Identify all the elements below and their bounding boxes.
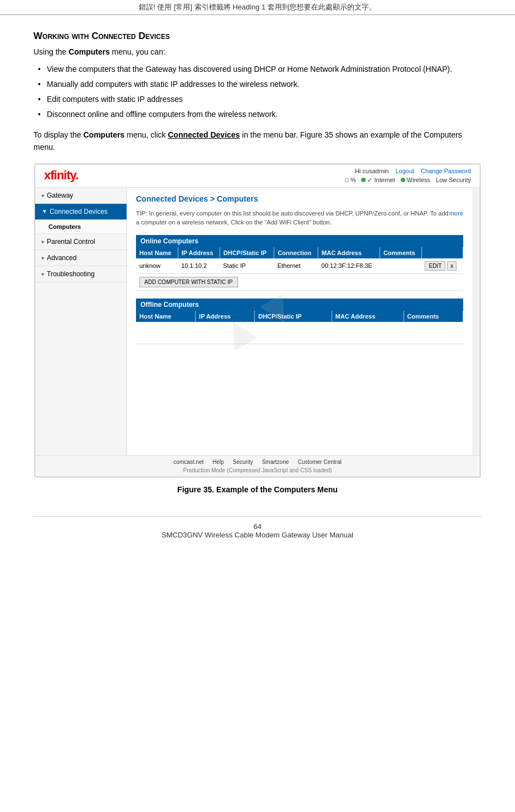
off-col-mac: MAC Address: [332, 311, 404, 322]
header-top-row: Hi cusadmin Logout Change Password: [355, 168, 471, 174]
browser-header: xfinity. Hi cusadmin Logout Change Passw…: [35, 164, 480, 188]
sidebar-label-parental-control: Parental Control: [47, 238, 95, 246]
col-dhcp: DHCP/Static IP: [220, 247, 274, 258]
off-col-comments: Comments: [404, 311, 463, 322]
sidebar-label-advanced: Advanced: [47, 254, 76, 262]
col-hostname: Host Name: [136, 247, 178, 258]
cell-hostname: unknow: [136, 258, 178, 274]
col-mac: MAC Address: [318, 247, 380, 258]
change-password-link[interactable]: Change Password: [421, 168, 471, 174]
bullet-item-1: View the computers that the Gateway has …: [33, 62, 482, 77]
browser-window: ▲▼ xfinity. Hi cusadmin Logout Change Pa…: [35, 164, 480, 477]
sidebar-item-advanced[interactable]: ▸ Advanced: [35, 250, 127, 266]
tip-text: TIP: In general, every computer on this …: [136, 210, 449, 226]
document-title: SMCD3GNV Wireless Cable Modem Gateway Us…: [33, 531, 482, 539]
offline-section: Offline Computers Host Name IP Address D…: [136, 299, 463, 345]
tip-box: more TIP: In general, every computer on …: [136, 209, 463, 227]
figure-caption: Figure 35. Example of the Computers Menu: [33, 485, 482, 494]
footer-security[interactable]: Security: [233, 459, 253, 465]
sidebar-label-troubleshooting: Troubleshooting: [47, 270, 95, 278]
section-heading: Working with Connected Devices: [33, 31, 482, 42]
advanced-arrow: ▸: [42, 255, 45, 261]
table-header-row: Host Name IP Address DHCP/Static IP Conn…: [136, 247, 463, 258]
main-content: Connected Devices > Computers more TIP: …: [127, 188, 472, 455]
footer-comcast[interactable]: comcast.net: [173, 459, 203, 465]
sidebar-item-troubleshooting[interactable]: ▸ Troubleshooting: [35, 266, 127, 282]
wireless-status: Wireless: [401, 177, 430, 183]
header-status-row: □ % ✓ Internet Wireless Low Security: [345, 177, 471, 184]
off-col-hostname: Host Name: [136, 311, 196, 322]
bullet-item-2: Manually add computers with static IP ad…: [33, 77, 482, 92]
sidebar-item-parental-control[interactable]: ▸ Parental Control: [35, 234, 127, 250]
connected-devices-arrow: ▼: [42, 208, 47, 214]
gateway-arrow: ▸: [42, 192, 45, 198]
add-computer-button[interactable]: ADD COMPUTER WITH STATIC IP: [139, 277, 238, 287]
more-link[interactable]: more: [449, 209, 463, 218]
error-banner: 錯誤! 使用 [常用] 索引標籤將 Heading 1 套用到您想要在此處顯示的…: [0, 0, 515, 15]
hi-user: Hi cusadmin: [355, 168, 389, 174]
footer-smartzone[interactable]: Smartzone: [262, 459, 289, 465]
online-computers-table: Host Name IP Address DHCP/Static IP Conn…: [136, 247, 463, 291]
col-comments: Comments: [380, 247, 421, 258]
offline-header-row: Host Name IP Address DHCP/Static IP MAC …: [136, 311, 463, 322]
intro-text: Using the Computers menu, you can:: [33, 47, 482, 56]
sidebar-item-connected-devices[interactable]: ▼ Connected Devices: [35, 204, 127, 220]
security-status: Low Security: [436, 177, 471, 183]
bullet-list: View the computers that the Gateway has …: [33, 62, 482, 122]
bullet-item-3: Edit computers with static IP addresses: [33, 92, 482, 107]
percent-status: □ %: [345, 177, 356, 183]
cell-actions: EDIT x: [421, 258, 463, 274]
header-right: Hi cusadmin Logout Change Password □ % ✓…: [345, 168, 471, 184]
off-col-dhcp: DHCP/Static IP: [255, 311, 332, 322]
sidebar-label-gateway: Gateway: [47, 192, 73, 199]
offline-computers-table: Host Name IP Address DHCP/Static IP MAC …: [136, 311, 463, 345]
sidebar-label-connected-devices: Connected Devices: [50, 208, 108, 216]
cell-comments: [380, 258, 421, 274]
browser-body: ▸ Gateway ▼ Connected Devices Computers …: [35, 188, 480, 455]
table-row: unknow 10.1.10.2 Static IP Ethernet 00:1…: [136, 258, 463, 274]
troubleshooting-arrow: ▸: [42, 271, 45, 277]
internet-dot: [361, 178, 366, 182]
col-connection: Connection: [274, 247, 318, 258]
add-computer-row: ADD COMPUTER WITH STATIC IP: [136, 273, 463, 290]
online-section-label: Online Computers: [136, 235, 463, 247]
sidebar-item-gateway[interactable]: ▸ Gateway: [35, 188, 127, 204]
summary-text: To display the Computers menu, click Con…: [33, 129, 482, 154]
delete-button[interactable]: x: [447, 261, 456, 271]
page-footer: 64 SMCD3GNV Wireless Cable Modem Gateway…: [33, 516, 482, 539]
xfinity-logo: xfinity.: [44, 168, 78, 183]
col-actions: [421, 247, 463, 258]
bullet-item-4: Disconnect online and offline computers …: [33, 107, 482, 122]
offline-empty-row: [136, 322, 463, 344]
cell-dhcp: Static IP: [220, 258, 274, 274]
page-number: 64: [33, 522, 482, 531]
parental-arrow: ▸: [42, 238, 45, 244]
sidebar: ▸ Gateway ▼ Connected Devices Computers …: [35, 188, 127, 455]
wireless-dot: [401, 178, 405, 182]
edit-button[interactable]: EDIT: [425, 261, 445, 271]
footer-help[interactable]: Help: [212, 459, 224, 465]
computers-sub-label: Computers: [48, 223, 81, 230]
page-content: Working with Connected Devices Using the…: [0, 15, 515, 561]
cell-mac: 00:12:3F:12:F8:3E: [318, 258, 380, 274]
footer-production: Production Mode (Compressed JavaScript a…: [43, 467, 472, 473]
offline-section-label: Offline Computers: [136, 299, 463, 311]
footer-customer-central[interactable]: Customer Central: [298, 459, 341, 465]
cell-ip: 10.1.10.2: [178, 258, 220, 274]
cell-connection: Ethernet: [274, 258, 318, 274]
sidebar-subitem-computers[interactable]: Computers: [35, 220, 127, 234]
internet-status: ✓ Internet: [361, 177, 395, 184]
footer-links: comcast.net Help Security Smartzone Cust…: [43, 459, 472, 465]
page-title: Connected Devices > Computers: [136, 194, 463, 203]
browser-footer: comcast.net Help Security Smartzone Cust…: [35, 455, 480, 477]
logout-link[interactable]: Logout: [395, 168, 414, 174]
add-btn-cell: ADD COMPUTER WITH STATIC IP: [136, 273, 463, 290]
col-ip: IP Address: [178, 247, 220, 258]
off-col-ip: IP Address: [196, 311, 255, 322]
